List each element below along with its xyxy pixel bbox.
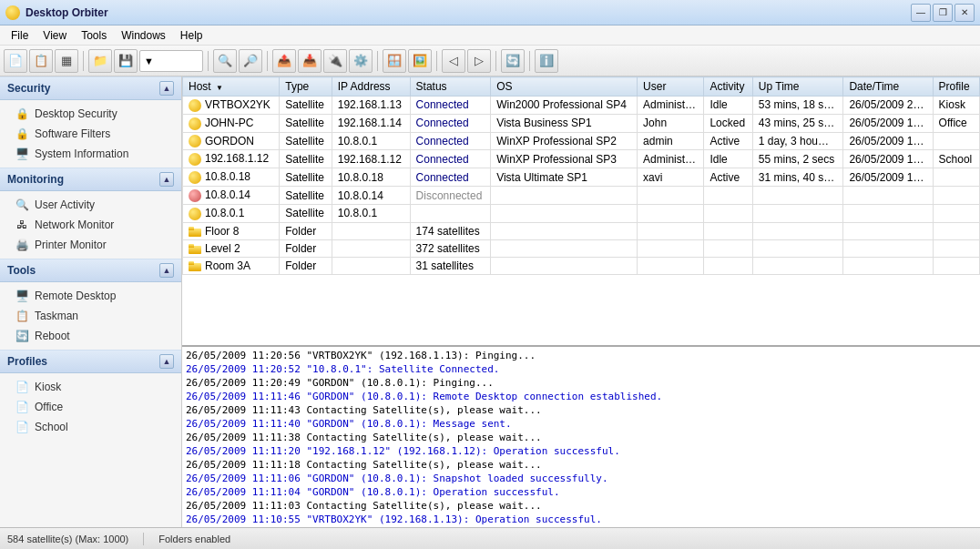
- cell-os: [491, 222, 638, 239]
- cell-os: [491, 204, 638, 222]
- col-datetime[interactable]: Date/Time: [843, 77, 933, 97]
- menu-file[interactable]: File: [4, 27, 36, 44]
- main-area: Security ▲ 🔒 Desktop Security 🔒 Software…: [0, 76, 980, 527]
- cell-uptime: 55 mins, 2 secs: [752, 150, 843, 168]
- menu-help[interactable]: Help: [173, 27, 210, 44]
- cell-host: 10.8.0.1: [183, 204, 280, 222]
- disconnected-host-icon: [189, 189, 201, 202]
- sidebar-section-profiles[interactable]: Profiles ▲: [0, 350, 181, 373]
- toolbar-dropdown[interactable]: ▼: [139, 50, 203, 72]
- cell-type: Satellite: [280, 150, 332, 168]
- sidebar-item-office[interactable]: 📄 Office: [0, 397, 181, 417]
- sidebar-item-school[interactable]: 📄 School: [0, 417, 181, 437]
- toolbar-sep5: [436, 51, 437, 71]
- log-entry: 26/05/2009 11:11:46 "GORDON" (10.8.0.1):…: [186, 390, 976, 403]
- cell-ip: 192.168.1.14: [332, 114, 410, 132]
- toolbar-config[interactable]: ⚙️: [349, 49, 373, 73]
- hosts-table: Host ▼ Type IP Address Status OS User Ac…: [182, 76, 980, 275]
- toolbar-save[interactable]: 💾: [114, 49, 138, 73]
- maximize-button[interactable]: ❒: [933, 4, 953, 22]
- sidebar-item-remote-desktop[interactable]: 🖥️ Remote Desktop: [0, 286, 181, 306]
- table-row[interactable]: 10.8.0.1Satellite10.8.0.1: [183, 204, 980, 222]
- sidebar-item-desktop-security[interactable]: 🔒 Desktop Security: [0, 104, 181, 124]
- toolbar-copy[interactable]: 📋: [29, 49, 53, 73]
- cell-datetime: [843, 204, 933, 222]
- sidebar-item-network-monitor[interactable]: 🖧 Network Monitor: [0, 215, 181, 235]
- connected-host-icon: [189, 135, 201, 147]
- menu-windows[interactable]: Windows: [114, 27, 173, 44]
- table-area[interactable]: Host ▼ Type IP Address Status OS User Ac…: [182, 76, 980, 345]
- cell-profile: [933, 222, 979, 239]
- cell-activity: [704, 257, 752, 274]
- col-os[interactable]: OS: [491, 77, 638, 97]
- folder-icon: [189, 227, 201, 237]
- menubar: File View Tools Windows Help: [0, 25, 980, 46]
- cell-uptime: [752, 222, 843, 239]
- sidebar-item-system-information[interactable]: 🖥️ System Information: [0, 144, 181, 164]
- minimize-button[interactable]: —: [911, 4, 931, 22]
- table-row[interactable]: GORDONSatellite10.8.0.1ConnectedWinXP Pr…: [183, 132, 980, 150]
- cell-type: Satellite: [280, 168, 332, 187]
- table-row[interactable]: 10.8.0.14Satellite10.8.0.14Disconnected: [183, 187, 980, 205]
- sidebar-item-reboot[interactable]: 🔄 Reboot: [0, 326, 181, 346]
- table-row[interactable]: JOHN-PCSatellite192.168.1.14ConnectedVis…: [183, 114, 980, 132]
- col-uptime[interactable]: Up Time: [752, 77, 843, 97]
- toolbar-receive[interactable]: 📥: [298, 49, 322, 73]
- sidebar-item-taskman[interactable]: 📋 Taskman: [0, 306, 181, 326]
- toolbar-refresh[interactable]: 🔄: [501, 49, 525, 73]
- toolbar-prev[interactable]: ◁: [442, 49, 465, 73]
- toolbar-new[interactable]: 📄: [4, 49, 27, 73]
- col-profile[interactable]: Profile: [933, 77, 979, 97]
- table-row[interactable]: VRTBOX2YKSatellite192.168.1.13ConnectedW…: [183, 97, 980, 115]
- cell-activity: [704, 222, 752, 239]
- toolbar-view[interactable]: ▦: [55, 49, 78, 73]
- toolbar-find[interactable]: 🔎: [239, 49, 262, 73]
- cell-user: xavi: [638, 168, 704, 187]
- toolbar-search[interactable]: 🔍: [213, 49, 237, 73]
- col-activity[interactable]: Activity: [704, 77, 752, 97]
- col-type[interactable]: Type: [280, 77, 332, 97]
- cell-status: 31 satellites: [410, 257, 491, 274]
- cell-status: Connected: [410, 132, 491, 150]
- sidebar-item-printer-monitor[interactable]: 🖨️ Printer Monitor: [0, 235, 181, 255]
- cell-type: Folder: [280, 257, 332, 274]
- log-entry: 26/05/2009 11:20:49 "GORDON" (10.8.0.1):…: [186, 376, 976, 390]
- table-row[interactable]: Level 2Folder372 satellites: [183, 239, 980, 257]
- toolbar-next[interactable]: ▷: [467, 49, 491, 73]
- sidebar-item-software-filters[interactable]: 🔒 Software Filters: [0, 124, 181, 144]
- sidebar-reboot-label: Reboot: [35, 330, 70, 342]
- sidebar-collapse-profiles[interactable]: ▲: [159, 354, 174, 369]
- toolbar-win2[interactable]: 🖼️: [408, 49, 432, 73]
- toolbar-info[interactable]: ℹ️: [535, 49, 558, 73]
- cell-activity: Active: [704, 132, 752, 150]
- sidebar-collapse-monitoring[interactable]: ▲: [159, 172, 174, 187]
- sidebar-collapse-security[interactable]: ▲: [159, 81, 174, 96]
- menu-tools[interactable]: Tools: [74, 27, 114, 44]
- table-row[interactable]: 192.168.1.12Satellite192.168.1.12Connect…: [183, 150, 980, 168]
- col-host[interactable]: Host ▼: [183, 77, 280, 97]
- table-row[interactable]: Room 3AFolder31 satellites: [183, 257, 980, 274]
- log-entry: 26/05/2009 11:20:56 "VRTBOX2YK" (192.168…: [186, 349, 976, 362]
- sidebar-item-kiosk[interactable]: 📄 Kiosk: [0, 377, 181, 397]
- toolbar-open-folder[interactable]: 📁: [88, 49, 112, 73]
- col-user[interactable]: User: [638, 77, 704, 97]
- table-row[interactable]: Floor 8Folder174 satellites: [183, 222, 980, 239]
- menu-view[interactable]: View: [36, 27, 74, 44]
- sidebar-item-user-activity[interactable]: 🔍 User Activity: [0, 195, 181, 215]
- table-row[interactable]: 10.8.0.18Satellite10.8.0.18ConnectedVist…: [183, 168, 980, 187]
- cell-user: Administ…: [638, 150, 704, 168]
- sidebar-collapse-tools[interactable]: ▲: [159, 263, 174, 278]
- sidebar-section-security[interactable]: Security ▲: [0, 76, 181, 100]
- toolbar-win1[interactable]: 🪟: [383, 49, 406, 73]
- col-status[interactable]: Status: [410, 77, 491, 97]
- col-ip[interactable]: IP Address: [332, 77, 410, 97]
- sidebar-section-monitoring[interactable]: Monitoring ▲: [0, 168, 181, 191]
- sidebar-section-tools[interactable]: Tools ▲: [0, 259, 181, 282]
- connected-host-icon: [189, 153, 201, 166]
- close-button[interactable]: ✕: [954, 4, 975, 22]
- cell-datetime: 26/05/2009 2…: [843, 97, 933, 115]
- toolbar-send[interactable]: 📤: [272, 49, 296, 73]
- log-area[interactable]: 26/05/2009 11:20:56 "VRTBOX2YK" (192.168…: [182, 345, 980, 527]
- toolbar-connect[interactable]: 🔌: [323, 49, 347, 73]
- titlebar-left: Desktop Orbiter: [5, 5, 108, 20]
